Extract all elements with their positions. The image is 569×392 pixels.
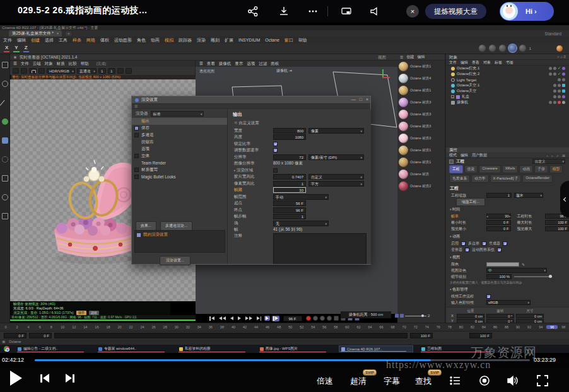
- layer-dot-icon[interactable]: [553, 95, 556, 98]
- object-menu-文件[interactable]: 文件: [449, 60, 457, 66]
- input-分辨率[interactable]: 72: [273, 154, 306, 160]
- tool-icon[interactable]: [2, 213, 8, 219]
- attribute-menu-用户数据[interactable]: 用户数据: [472, 153, 487, 158]
- range-end-field[interactable]: 100 F: [410, 333, 433, 338]
- material-thumbnail[interactable]: [399, 86, 408, 95]
- record-icon[interactable]: [306, 316, 311, 321]
- object-menu-编辑[interactable]: 编辑: [460, 60, 468, 66]
- render-region-icon[interactable]: [126, 68, 132, 74]
- viewport-menu-选项[interactable]: 选项: [247, 61, 255, 67]
- material-item[interactable]: Octane 材质4: [397, 72, 445, 84]
- frame-tick[interactable]: 32: [182, 325, 194, 329]
- render-settings-icon[interactable]: [499, 45, 506, 52]
- material-thumbnail[interactable]: [399, 134, 408, 143]
- tab-Cineware[interactable]: Cineware: [479, 165, 501, 173]
- layer-dot-icon[interactable]: [553, 84, 556, 87]
- input-预览最小[interactable]: 0 F: [486, 226, 511, 231]
- frame-tick[interactable]: 94: [535, 325, 546, 329]
- input-胶片宽高比[interactable]: 0.7407: [273, 174, 306, 180]
- check-tag-icon[interactable]: ✓: [558, 67, 561, 70]
- viewport-menu-查看[interactable]: 查看: [207, 61, 215, 67]
- layer-dot-icon[interactable]: [558, 78, 561, 81]
- object-menu-书签[interactable]: 书签: [506, 60, 513, 66]
- layer-dot-icon[interactable]: [562, 78, 565, 81]
- checkbox[interactable]: [465, 248, 469, 252]
- tool-icon[interactable]: [2, 175, 8, 182]
- lwf-checkbox[interactable]: [486, 294, 491, 299]
- input-最小时长[interactable]: 0 F: [486, 220, 511, 225]
- account-button[interactable]: Hi ›: [500, 2, 554, 21]
- input-帧频[interactable]: 30: [273, 187, 306, 193]
- render-team-icon[interactable]: [519, 45, 526, 52]
- lock-resolution-icon[interactable]: [29, 68, 37, 74]
- frame-tick[interactable]: 36: [205, 325, 216, 329]
- octane-menu-比较[interactable]: 比较: [69, 61, 77, 67]
- material-item[interactable]: Octane 材质3: [397, 96, 445, 108]
- frame-tick[interactable]: 64: [365, 325, 376, 329]
- checkbox[interactable]: [461, 241, 466, 246]
- menu-模拟[interactable]: 模拟: [165, 37, 173, 43]
- custom-preset-row[interactable]: 自定义设置: [228, 119, 371, 127]
- material-thumbnail[interactable]: [399, 122, 408, 131]
- cyan-tag-icon[interactable]: [562, 84, 565, 87]
- tool-icon[interactable]: [2, 62, 8, 68]
- frame-tick[interactable]: 72: [410, 325, 421, 329]
- playlist-icon[interactable]: [449, 374, 462, 387]
- frame-tick[interactable]: 40: [228, 325, 239, 329]
- color-picker-icon[interactable]: ✎: [522, 262, 525, 267]
- gray-tag-icon[interactable]: [562, 101, 565, 104]
- object-row[interactable]: +礼盒: [446, 94, 569, 100]
- checkbox[interactable]: [273, 148, 278, 153]
- material-item[interactable]: Octane 材质3: [397, 132, 445, 144]
- frame-tick[interactable]: 74: [421, 325, 433, 329]
- red-tag-icon[interactable]: [558, 101, 561, 104]
- tab-动力学[interactable]: 动力学: [471, 175, 488, 183]
- size-field[interactable]: 0 cm: [516, 314, 544, 318]
- object-row[interactable]: Octane天空: [446, 88, 569, 94]
- new-tab-button[interactable]: +: [66, 32, 71, 36]
- select-像素宽高比[interactable]: 平方: [308, 181, 364, 187]
- object-row[interactable]: Octane灯光.2✓: [446, 71, 569, 77]
- material-thumbnail[interactable]: [399, 98, 408, 107]
- view-menu-label[interactable]: 视图: [378, 54, 386, 61]
- frame-tick[interactable]: 14: [79, 325, 91, 329]
- render-picture-viewer-icon[interactable]: [489, 45, 496, 52]
- render-preset-item[interactable]: 我的渲染设置: [135, 231, 225, 239]
- frame-tick[interactable]: 78: [444, 325, 455, 329]
- camera-lock-icon[interactable]: [117, 68, 124, 74]
- tool-icon[interactable]: [2, 118, 8, 125]
- frame-tick[interactable]: 76: [433, 325, 444, 329]
- download-icon[interactable]: [278, 6, 290, 17]
- frame-tick[interactable]: 34: [194, 325, 205, 329]
- material-thumbnail[interactable]: [399, 158, 408, 167]
- render-section-Magic Bullet Looks[interactable]: Magic Bullet Looks: [132, 173, 227, 180]
- purple-tag-icon[interactable]: [562, 67, 565, 70]
- material-thumbnail[interactable]: [399, 110, 408, 119]
- material-item[interactable]: Octane 材质1: [397, 156, 445, 168]
- frame-tick[interactable]: 10: [57, 325, 68, 329]
- render-section-多通道[interactable]: 多通道: [132, 132, 227, 139]
- material-thumbnail[interactable]: [399, 74, 408, 83]
- menu-文件[interactable]: 文件: [3, 37, 12, 43]
- frame-tick[interactable]: 50: [284, 325, 296, 329]
- dialog-titlebar[interactable]: 渲染设置 — □ ×: [132, 96, 370, 104]
- frame-tick[interactable]: 56: [319, 325, 330, 329]
- menu-体积[interactable]: 体积: [100, 37, 109, 43]
- frame-tick[interactable]: 30: [171, 325, 182, 329]
- frame-tick[interactable]: 16: [91, 325, 102, 329]
- dialog-menu-strip[interactable]: ☰: [132, 104, 370, 109]
- renderer-select[interactable]: 标准: [151, 111, 204, 117]
- layer-dot-icon[interactable]: [553, 72, 556, 76]
- frame-tick[interactable]: 80: [455, 325, 467, 329]
- frame-tick[interactable]: 62: [353, 325, 364, 329]
- c4d-document-tab[interactable]: 第25课-礼盒展示文件 * ×: [9, 30, 62, 37]
- expander-icon[interactable]: +: [451, 95, 454, 98]
- menu-跟踪器[interactable]: 跟踪器: [179, 37, 192, 43]
- checkbox[interactable]: [134, 168, 139, 172]
- object-row[interactable]: 摄像机: [446, 100, 569, 105]
- frame-tick[interactable]: 4: [23, 325, 34, 329]
- checkbox[interactable]: [482, 241, 486, 246]
- menu-角色[interactable]: 角色: [137, 37, 146, 43]
- settings-icon[interactable]: [478, 374, 491, 387]
- tab-子弹[interactable]: 子弹: [534, 165, 548, 173]
